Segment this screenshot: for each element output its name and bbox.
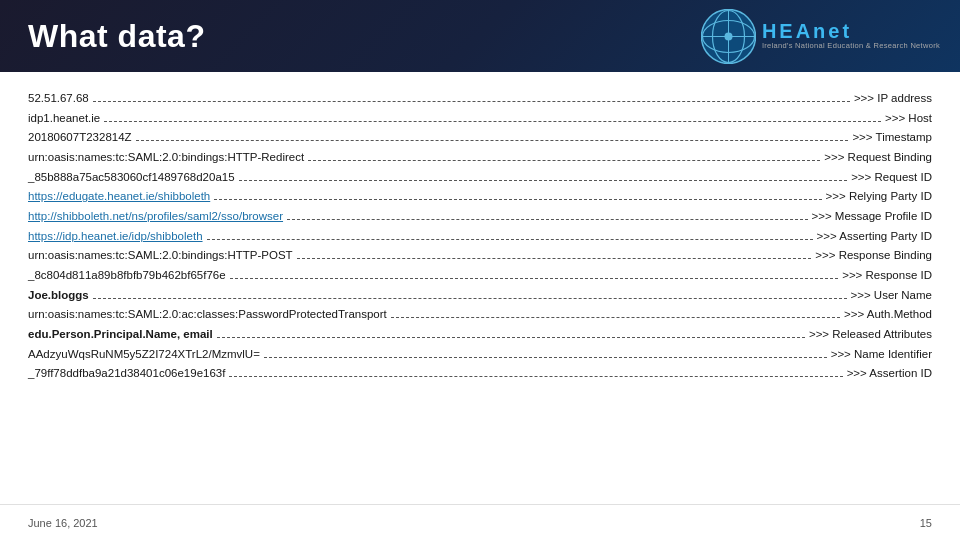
table-row: AAdzyuWqsRuNM5y5Z2I724XTrL2/MzmvlU=>>> N… (28, 346, 932, 363)
row-label-0: >>> IP address (854, 90, 932, 107)
table-row: edu.Person.Principal.Name, email>>> Rele… (28, 326, 932, 343)
row-separator-14 (229, 376, 842, 377)
row-value-12: edu.Person.Principal.Name, email (28, 326, 213, 343)
row-label-5: >>> Relying Party ID (826, 188, 932, 205)
row-label-11: >>> Auth.Method (844, 306, 932, 323)
row-label-14: >>> Assertion ID (847, 365, 932, 382)
row-value-1: idp1.heanet.ie (28, 110, 100, 127)
row-value-10: Joe.bloggs (28, 287, 89, 304)
row-label-13: >>> Name Identifier (831, 346, 932, 363)
row-separator-1 (104, 121, 881, 122)
table-row: urn:oasis:names:tc:SAML:2.0:bindings:HTT… (28, 247, 932, 264)
row-separator-7 (207, 239, 813, 240)
page-title: What data? (28, 18, 205, 55)
row-separator-10 (93, 298, 847, 299)
footer-date: June 16, 2021 (28, 517, 98, 529)
row-separator-9 (230, 278, 839, 279)
table-row: Joe.bloggs>>> User Name (28, 287, 932, 304)
logo-brand: HEAnet (762, 21, 852, 41)
row-separator-13 (264, 357, 827, 358)
logo-tagline: Ireland's National Education & Research … (762, 41, 940, 51)
table-row: urn:oasis:names:tc:SAML:2.0:bindings:HTT… (28, 149, 932, 166)
row-value-14: _79ff78ddfba9a21d38401c06e19e163f (28, 365, 225, 382)
row-label-1: >>> Host (885, 110, 932, 127)
row-separator-11 (391, 317, 840, 318)
row-label-4: >>> Request ID (851, 169, 932, 186)
row-value-8: urn:oasis:names:tc:SAML:2.0:bindings:HTT… (28, 247, 293, 264)
row-value-11: urn:oasis:names:tc:SAML:2.0:ac:classes:P… (28, 306, 387, 323)
row-separator-5 (214, 199, 821, 200)
row-value-2: 20180607T232814Z (28, 129, 132, 146)
row-separator-0 (93, 101, 850, 102)
row-separator-3 (308, 160, 820, 161)
row-value-9: _8c804d811a89b8fbfb79b462bf65f76e (28, 267, 226, 284)
row-value-7[interactable]: https://idp.heanet.ie/idp/shibboleth (28, 228, 203, 245)
row-value-13: AAdzyuWqsRuNM5y5Z2I724XTrL2/MzmvlU= (28, 346, 260, 363)
header: What data? HEAnet Ireland's National Edu… (0, 0, 960, 72)
row-value-3: urn:oasis:names:tc:SAML:2.0:bindings:HTT… (28, 149, 304, 166)
heanet-icon (701, 9, 756, 64)
table-row: _85b888a75ac583060cf1489768d20a15>>> Req… (28, 169, 932, 186)
row-label-6: >>> Message Profile ID (812, 208, 933, 225)
row-value-5[interactable]: https://edugate.heanet.ie/shibboleth (28, 188, 210, 205)
table-row: _79ff78ddfba9a21d38401c06e19e163f>>> Ass… (28, 365, 932, 382)
row-value-4: _85b888a75ac583060cf1489768d20a15 (28, 169, 235, 186)
row-label-8: >>> Response Binding (815, 247, 932, 264)
row-value-0: 52.51.67.68 (28, 90, 89, 107)
row-separator-8 (297, 258, 812, 259)
row-label-10: >>> User Name (851, 287, 933, 304)
row-label-9: >>> Response ID (842, 267, 932, 284)
data-table: 52.51.67.68>>> IP addressidp1.heanet.ie>… (28, 90, 932, 382)
table-row: _8c804d811a89b8fbfb79b462bf65f76e>>> Res… (28, 267, 932, 284)
table-row: 20180607T232814Z>>> Timestamp (28, 129, 932, 146)
table-row: urn:oasis:names:tc:SAML:2.0:ac:classes:P… (28, 306, 932, 323)
row-separator-12 (217, 337, 805, 338)
logo-area: HEAnet Ireland's National Education & Re… (701, 9, 940, 64)
table-row: idp1.heanet.ie>>> Host (28, 110, 932, 127)
logo-text-group: HEAnet Ireland's National Education & Re… (762, 21, 940, 51)
table-row: https://idp.heanet.ie/idp/shibboleth>>> … (28, 228, 932, 245)
footer: June 16, 2021 15 (0, 504, 960, 540)
row-separator-2 (136, 140, 849, 141)
row-separator-6 (287, 219, 807, 220)
row-label-2: >>> Timestamp (852, 129, 932, 146)
table-row: 52.51.67.68>>> IP address (28, 90, 932, 107)
footer-page: 15 (920, 517, 932, 529)
table-row: https://edugate.heanet.ie/shibboleth>>> … (28, 188, 932, 205)
row-label-7: >>> Asserting Party ID (817, 228, 932, 245)
main-content: 52.51.67.68>>> IP addressidp1.heanet.ie>… (0, 72, 960, 504)
row-separator-4 (239, 180, 848, 181)
row-label-3: >>> Request Binding (824, 149, 932, 166)
table-row: http://shibboleth.net/ns/profiles/saml2/… (28, 208, 932, 225)
row-label-12: >>> Released Attributes (809, 326, 932, 343)
row-value-6[interactable]: http://shibboleth.net/ns/profiles/saml2/… (28, 208, 283, 225)
